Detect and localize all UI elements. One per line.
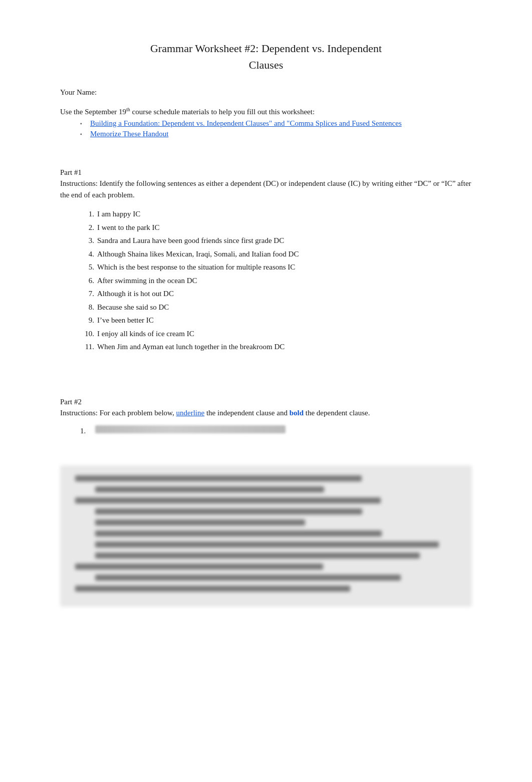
title-line2: Clauses [249,59,283,71]
blurred-line [75,475,362,481]
item1-answer-blurred [95,425,286,433]
blurred-continuation [60,465,472,607]
underline-keyword: underline [176,409,204,417]
list-item: 3. Sandra and Laura have been good frien… [80,235,472,246]
list-item: 7. Although it is hot out DC [80,288,472,300]
blurred-line [95,486,324,492]
part2-item1: 1. [60,425,472,435]
use-materials-text: Use the September 19th course schedule m… [60,107,472,116]
list-item: 8. Because she said so DC [80,302,472,313]
blurred-line [75,586,350,592]
part1-list: 1. I am happy IC 2. I went to the park I… [60,208,472,353]
list-item: Memorize These Handout [80,130,472,138]
list-item: 9. I’ve been better IC [80,315,472,326]
part2-instructions: Instructions: For each problem below, un… [60,407,472,419]
list-item: 2. I went to the park IC [80,222,472,233]
part1-label: Part #1 [60,168,472,177]
list-item: 11. When Jim and Ayman eat lunch togethe… [80,341,472,353]
item-number: 1. [80,427,92,435]
memorize-handout-link[interactable]: Memorize These Handout [90,130,168,138]
blurred-line [95,575,401,581]
list-item: 4. Although Shaina likes Mexican, Iraqi,… [80,248,472,260]
blurred-line [75,564,323,570]
blurred-line [95,519,305,526]
part1-section: Part #1 Instructions: Identify the follo… [60,168,472,353]
building-foundation-link[interactable]: Building a Foundation: Dependent vs. Ind… [90,119,402,127]
part1-instructions: Instructions: Identify the following sen… [60,178,472,200]
blurred-line [95,553,420,559]
bold-keyword: bold [290,409,304,417]
part2-label: Part #2 [60,398,472,406]
list-item: 6. After swimming in the ocean DC [80,275,472,287]
list-item: Building a Foundation: Dependent vs. Ind… [80,119,472,128]
page-title: Grammar Worksheet #2: Dependent vs. Inde… [60,40,472,73]
blurred-line [75,497,381,503]
title-section: Grammar Worksheet #2: Dependent vs. Inde… [60,40,472,73]
your-name-label: Your Name: [60,88,472,97]
list-item: 10. I enjoy all kinds of ice cream IC [80,328,472,340]
blurred-line [95,542,439,548]
blurred-line [95,531,382,537]
title-line1: Grammar Worksheet #2: Dependent vs. Inde… [150,42,382,55]
resource-list: Building a Foundation: Dependent vs. Ind… [60,119,472,138]
blurred-line [95,508,362,514]
use-materials-section: Use the September 19th course schedule m… [60,107,472,138]
part2-section: Part #2 Instructions: For each problem b… [60,398,472,607]
list-item: 1. I am happy IC [80,208,472,220]
page: Grammar Worksheet #2: Dependent vs. Inde… [0,0,532,782]
list-item: 5. Which is the best response to the sit… [80,262,472,273]
